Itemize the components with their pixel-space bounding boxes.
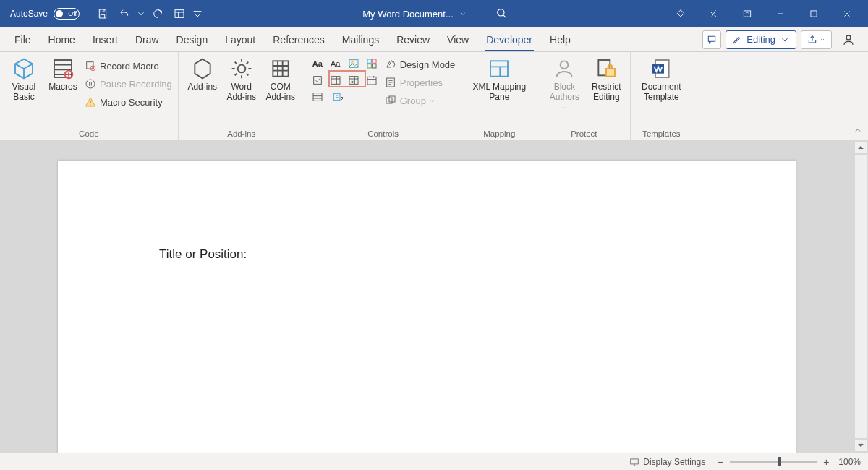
tab-references[interactable]: References	[264, 27, 333, 51]
btn-label: Add-ins	[187, 82, 217, 93]
tab-insert[interactable]: Insert	[84, 27, 127, 51]
title-bar: AutoSave Off	[0, 0, 868, 27]
document-template-button[interactable]: Document Template	[635, 54, 687, 103]
editing-label: Editing	[746, 34, 775, 45]
text-Aa-icon: Aa	[331, 59, 340, 68]
gear-icon	[230, 57, 253, 80]
svg-rect-15	[367, 59, 371, 63]
svg-rect-22	[367, 77, 376, 85]
btn-label: Pause Recording	[100, 79, 172, 90]
tab-draw[interactable]: Draw	[127, 27, 168, 51]
com-addins-button[interactable]: COM Add-ins	[261, 54, 300, 103]
share-button[interactable]	[801, 30, 832, 49]
rich-text-control[interactable]: Aa	[310, 56, 326, 71]
document-content[interactable]: Title or Position:	[159, 247, 250, 262]
word-addins-button[interactable]: Word Add-ins	[222, 54, 261, 103]
block-authors-button: Block Authors	[542, 54, 587, 111]
repeating-section-control[interactable]	[310, 90, 326, 104]
restrict-editing-button[interactable]: Restrict Editing	[587, 54, 626, 103]
properties-button: Properties	[383, 74, 457, 91]
lock-icon	[595, 57, 618, 80]
display-settings-button[interactable]: Display Settings	[629, 457, 705, 467]
design-mode-button[interactable]: Design Mode	[383, 56, 457, 73]
zoom-slider-track[interactable]	[730, 461, 817, 463]
chevron-down-icon	[459, 10, 467, 17]
svg-rect-19	[313, 77, 321, 85]
checkbox-control[interactable]	[310, 73, 326, 87]
visual-basic-button[interactable]: Visual Basic	[4, 54, 43, 103]
scroll-up-button[interactable]	[855, 142, 867, 153]
zoom-level-button[interactable]: 100%	[838, 457, 861, 467]
macros-button[interactable]: Macros	[43, 54, 82, 93]
btn-label: COM Add-ins	[261, 82, 300, 103]
dropdown-list-control[interactable]	[346, 73, 362, 87]
tab-label: Developer	[486, 34, 532, 46]
account-button[interactable]	[836, 30, 861, 49]
word-doc-icon	[650, 57, 673, 80]
tab-view[interactable]: View	[438, 27, 477, 51]
save-button[interactable]	[93, 4, 113, 24]
coming-soon-button[interactable]	[699, 0, 729, 27]
legacy-tools-button[interactable]	[328, 90, 349, 104]
tab-label: Help	[550, 34, 571, 46]
zoom-slider-thumb[interactable]	[778, 457, 781, 466]
tab-layout[interactable]: Layout	[216, 27, 264, 51]
tab-label: File	[14, 34, 31, 46]
diamond-button[interactable]	[665, 0, 696, 27]
qat-customize[interactable]	[191, 4, 204, 24]
document-title[interactable]: My Word Document...	[362, 9, 466, 20]
svg-rect-21	[349, 77, 358, 85]
plain-text-control[interactable]: Aa	[328, 56, 344, 71]
building-block-control[interactable]	[364, 56, 380, 71]
qat-form-button[interactable]	[169, 4, 190, 24]
btn-label: Properties	[400, 77, 443, 88]
addins-button[interactable]: Add-ins	[183, 54, 222, 93]
zoom-out-button[interactable]: −	[715, 456, 726, 468]
editing-mode-button[interactable]: Editing	[726, 30, 796, 49]
collapse-ribbon-button[interactable]	[854, 126, 862, 137]
customize-icon	[192, 8, 203, 20]
close-button[interactable]	[832, 0, 862, 27]
visual-basic-icon	[12, 57, 35, 80]
tab-help[interactable]: Help	[541, 27, 579, 51]
close-icon	[842, 9, 852, 19]
document-page[interactable]: Title or Position:	[58, 161, 796, 453]
tab-home[interactable]: Home	[40, 27, 84, 51]
tab-label: Home	[48, 34, 75, 46]
tab-design[interactable]: Design	[168, 27, 217, 51]
undo-dropdown[interactable]	[136, 4, 146, 24]
date-picker-control[interactable]	[364, 73, 380, 87]
minimize-button[interactable]	[765, 0, 796, 27]
scroll-down-button[interactable]	[855, 440, 867, 451]
macro-security-button[interactable]: Macro Security	[82, 93, 174, 111]
record-macro-button[interactable]: Record Macro	[82, 57, 174, 74]
autosave-control[interactable]: AutoSave Off	[6, 8, 84, 20]
block-authors-icon	[553, 57, 576, 80]
tab-review[interactable]: Review	[388, 27, 438, 51]
tab-label: Review	[396, 34, 430, 46]
search-button[interactable]	[495, 7, 507, 21]
tab-developer[interactable]: Developer	[477, 27, 541, 51]
tab-mailings[interactable]: Mailings	[333, 27, 388, 51]
pause-icon	[85, 78, 96, 90]
display-icon	[629, 457, 639, 467]
xml-mapping-button[interactable]: XML Mapping Pane	[466, 54, 532, 103]
undo-button[interactable]	[114, 4, 135, 24]
picture-control[interactable]	[346, 56, 362, 71]
autosave-state: Off	[68, 10, 77, 17]
ribbon-mode-button[interactable]	[732, 0, 762, 27]
svg-rect-20	[331, 77, 340, 85]
warning-icon	[85, 96, 96, 108]
tab-file[interactable]: File	[6, 27, 40, 51]
title-bar-center: My Word Document...	[204, 7, 665, 21]
btn-label: Visual Basic	[4, 82, 43, 103]
redo-button[interactable]	[148, 4, 168, 24]
comments-button[interactable]	[702, 30, 721, 49]
scrollbar-track[interactable]	[855, 155, 867, 438]
ribbon-group-protect: Block Authors Restrict Editing Protect	[537, 52, 631, 140]
combo-box-control[interactable]	[328, 73, 344, 87]
autosave-toggle[interactable]: Off	[54, 8, 80, 20]
maximize-button[interactable]	[799, 0, 829, 27]
zoom-in-button[interactable]: +	[821, 456, 831, 468]
save-icon	[97, 8, 109, 20]
